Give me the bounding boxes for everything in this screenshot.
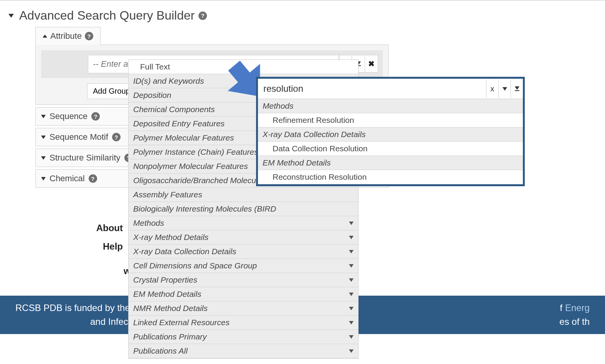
dropdown-item-label: ID(s) and Keywords	[133, 76, 204, 86]
dropdown-item-label: Assembly Features	[133, 190, 202, 199]
help-icon[interactable]: ?	[89, 174, 97, 183]
dropdown-item-label: X-ray Method Details	[133, 233, 208, 242]
dropdown-item[interactable]: NMR Method Details	[129, 301, 358, 316]
caret-down-icon	[41, 156, 46, 160]
section-label: Structure Similarity	[50, 153, 121, 163]
dropdown-item-label: Polymer Molecular Features	[133, 133, 234, 142]
dropdown-item-label: Biologically Interesting Molecules (BIRD	[133, 204, 276, 213]
expand-all-icon	[515, 86, 519, 91]
dropdown-item-label: Methods	[133, 218, 164, 228]
dropdown-item-label: Full Text	[140, 62, 170, 71]
filter-input[interactable]	[258, 79, 486, 99]
caret-down-icon	[349, 278, 354, 282]
filtered-dropdown-item[interactable]: Methods	[258, 99, 523, 113]
caret-down-icon	[41, 136, 46, 139]
funding-text-prefix: RCSB PDB is funded by the	[15, 303, 132, 313]
dropdown-item-label: Linked External Resources	[133, 318, 230, 327]
caret-down-icon	[503, 87, 507, 91]
dropdown-item-label: Polymer Instance (Chain) Features	[133, 147, 258, 157]
dropdown-item-label: Crystal Properties	[133, 275, 197, 285]
caret-up-icon	[43, 35, 47, 38]
footer-help-label: Help	[58, 241, 123, 252]
footer-about-label: About	[58, 223, 123, 233]
page-title-row: Advanced Search Query Builder ?	[8, 8, 597, 23]
funding-line2: and Infect	[15, 316, 131, 327]
of-th-fragment: es of th	[559, 315, 590, 329]
clear-filter-button[interactable]: x	[486, 79, 498, 98]
dropdown-item[interactable]: X-ray Method Details	[129, 230, 358, 245]
filtered-dropdown-item[interactable]: Reconstruction Resolution	[258, 170, 523, 184]
filtered-dropdown-overlay: x MethodsRefinement ResolutionX-ray Data…	[256, 77, 525, 186]
dropdown-toggle-button[interactable]	[498, 79, 511, 98]
dropdown-item-label: Deposition	[133, 91, 171, 100]
caret-down-icon	[349, 293, 354, 296]
clear-label: x	[491, 84, 494, 93]
dropdown-item[interactable]: Publications All	[129, 344, 358, 358]
caret-down-icon	[349, 222, 354, 225]
energy-fragment: f	[560, 303, 565, 313]
page-title: Advanced Search Query Builder	[19, 8, 195, 23]
caret-down-icon	[41, 177, 46, 180]
dropdown-item-label: EM Method Details	[133, 290, 201, 299]
dropdown-item-label: X-ray Data Collection Details	[133, 247, 236, 256]
help-icon[interactable]: ?	[112, 133, 121, 141]
help-icon[interactable]: ?	[198, 12, 207, 20]
dropdown-item-label: Chemical Components	[133, 105, 215, 114]
filtered-dropdown-item[interactable]: EM Method Details	[258, 156, 523, 170]
help-icon[interactable]: ?	[85, 32, 93, 40]
filtered-dropdown-item[interactable]: Refinement Resolution	[258, 113, 523, 127]
caret-down-icon	[349, 236, 354, 239]
close-icon: ✖	[368, 59, 375, 68]
dropdown-item[interactable]: Assembly Features	[129, 188, 358, 202]
overlay-input-row: x	[258, 79, 523, 99]
caret-down-icon	[349, 264, 354, 268]
dropdown-item[interactable]: Linked External Resources	[129, 316, 358, 330]
caret-down-icon	[349, 307, 354, 310]
tab-attribute[interactable]: Attribute ?	[35, 27, 101, 45]
dropdown-item[interactable]: EM Method Details	[129, 287, 358, 301]
caret-down-icon	[349, 335, 354, 339]
row-spacer	[46, 55, 88, 73]
section-label: Chemical	[50, 174, 85, 184]
caret-down-icon	[8, 14, 14, 18]
dropdown-item[interactable]: Publications Primary	[129, 330, 358, 344]
expand-all-button[interactable]	[511, 79, 523, 98]
dropdown-item[interactable]: Biologically Interesting Molecules (BIRD	[129, 202, 358, 216]
dropdown-item[interactable]: Cell Dimensions and Space Group	[129, 259, 358, 273]
section-label: Sequence Motif	[50, 132, 108, 142]
dropdown-item[interactable]: Methods	[129, 216, 358, 230]
caret-down-icon	[349, 250, 354, 253]
caret-down-icon	[349, 321, 354, 324]
filtered-dropdown-item[interactable]: X-ray Data Collection Details	[258, 127, 523, 142]
dropdown-item[interactable]: Crystal Properties	[129, 273, 358, 287]
dropdown-item-label: Oligosaccharide/Branched Molecular Fe	[133, 176, 277, 185]
section-label: Sequence	[50, 111, 88, 121]
dropdown-item[interactable]: X-ray Data Collection Details	[129, 245, 358, 259]
dropdown-item-label: NMR Method Details	[133, 304, 208, 313]
caret-down-icon	[349, 349, 354, 353]
remove-field-button[interactable]: ✖	[365, 55, 378, 73]
filtered-dropdown-item[interactable]: Data Collection Resolution	[258, 142, 523, 156]
caret-down-icon	[41, 115, 46, 118]
energy-link[interactable]: Energ	[565, 303, 590, 313]
tab-attribute-label: Attribute	[50, 31, 82, 41]
dropdown-item-label: Publications All	[133, 346, 188, 356]
dropdown-item-label: Deposited Entry Features	[133, 119, 225, 128]
dropdown-item-label: Nonpolymer Molecular Features	[133, 162, 248, 171]
dropdown-item-label: Publications Primary	[133, 332, 207, 341]
dropdown-item-label: Cell Dimensions and Space Group	[133, 261, 257, 270]
help-icon[interactable]: ?	[91, 112, 100, 121]
